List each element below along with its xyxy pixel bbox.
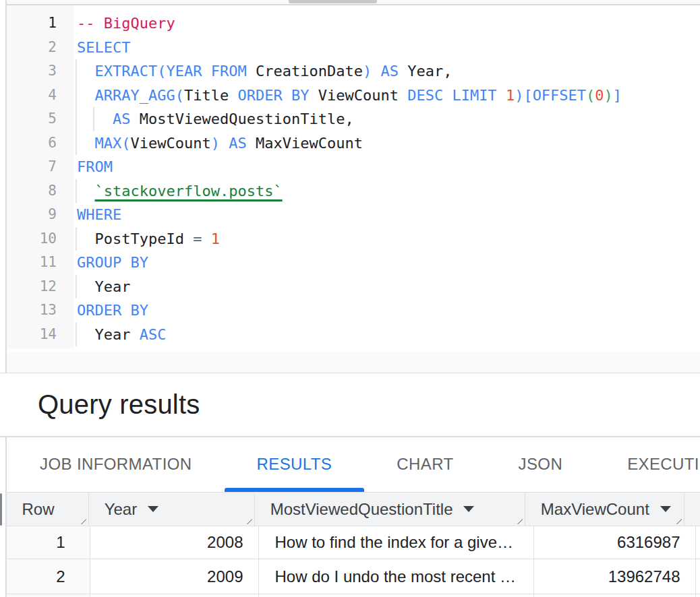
- code-line-1[interactable]: 1-- BigQuery: [7, 11, 700, 36]
- sql-editor[interactable]: 1-- BigQuery2SELECT3 EXTRACT(YEAR FROM C…: [7, 5, 700, 352]
- editor-bottom-strip: [7, 352, 700, 373]
- column-header-Year[interactable]: Year: [89, 493, 255, 526]
- tab-label: JSON: [519, 455, 563, 474]
- cell-value: 2009: [207, 567, 243, 586]
- sort-dropdown-icon[interactable]: [148, 506, 158, 512]
- line-number: 10: [7, 227, 57, 251]
- data-cell: How to find the index for a give…: [259, 526, 534, 559]
- vertical-scrollbar-thumb[interactable]: [0, 493, 2, 526]
- line-number: 9: [7, 203, 57, 227]
- code-line-12[interactable]: 12 Year: [7, 275, 700, 299]
- cell-value: How do I undo the most recent …: [275, 567, 517, 586]
- tab-results[interactable]: RESULTS: [225, 437, 365, 493]
- code-text: -- BigQuery: [77, 11, 175, 36]
- code-line-7[interactable]: 7FROM: [7, 155, 700, 179]
- tab-label: JOB INFORMATION: [40, 455, 192, 474]
- tab-chart[interactable]: CHART: [364, 437, 486, 493]
- code-text: MAX(ViewCount) AS MaxViewCount: [77, 131, 363, 156]
- column-resize-handle-icon[interactable]: [673, 515, 682, 524]
- tab-label: CHART: [397, 455, 453, 474]
- column-header-label: Row: [22, 500, 55, 519]
- data-cell: [259, 594, 534, 597]
- line-number: 6: [7, 131, 57, 156]
- code-line-2[interactable]: 2SELECT: [7, 36, 700, 60]
- code-text: AS MostViewedQuestionTitle,: [77, 107, 354, 131]
- code-text: FROM: [77, 155, 113, 179]
- column-resize-handle-icon[interactable]: [514, 515, 523, 524]
- table-body: 12008How to find the index for a give…63…: [7, 526, 700, 597]
- code-line-8[interactable]: 8 `stackoverflow.posts`: [7, 179, 700, 203]
- tab-execution-details[interactable]: EXECUTION DETAILS: [595, 437, 700, 493]
- column-header-Row[interactable]: Row: [7, 493, 89, 526]
- code-line-11[interactable]: 11GROUP BY: [7, 251, 700, 275]
- code-line-4[interactable]: 4 ARRAY_AGG(Title ORDER BY ViewCount DES…: [7, 84, 700, 108]
- data-cell: 6316987: [534, 526, 696, 559]
- line-number: 13: [7, 298, 57, 323]
- spacer-cell: [696, 594, 700, 597]
- results-table: RowYearMostViewedQuestionTitleMaxViewCou…: [7, 492, 700, 597]
- line-number: 7: [7, 155, 57, 179]
- column-header-MostViewedQuestionTitle[interactable]: MostViewedQuestionTitle: [255, 493, 525, 526]
- data-cell: [90, 594, 259, 597]
- column-header-spacer: [684, 493, 700, 526]
- results-tab-bar: JOB INFORMATIONRESULTSCHARTJSONEXECUTION…: [7, 437, 700, 493]
- query-results-panel-header: Query results: [0, 373, 700, 436]
- code-text: ARRAY_AGG(Title ORDER BY ViewCount DESC …: [77, 84, 622, 108]
- line-number: 1: [7, 11, 57, 36]
- bigquery-console: 1-- BigQuery2SELECT3 EXTRACT(YEAR FROM C…: [0, 0, 700, 597]
- code-text: Year ASC: [77, 323, 166, 347]
- code-text: ORDER BY: [77, 298, 148, 323]
- code-line-3[interactable]: 3 EXTRACT(YEAR FROM CreationDate) AS Yea…: [7, 59, 700, 84]
- code-text: GROUP BY: [77, 251, 148, 275]
- cell-value: 2008: [207, 533, 243, 552]
- cell-value: How to find the index for a give…: [275, 533, 514, 552]
- cell-value: 1: [56, 533, 65, 552]
- column-header-label: Year: [105, 500, 138, 519]
- cell-value: 2: [56, 567, 65, 586]
- code-line-9[interactable]: 9WHERE: [7, 203, 700, 227]
- code-line-6[interactable]: 6 MAX(ViewCount) AS MaxViewCount: [7, 131, 700, 156]
- sort-dropdown-icon[interactable]: [660, 506, 671, 512]
- line-number: 14: [7, 323, 57, 347]
- row-number-cell: 2: [7, 559, 90, 594]
- line-number: 8: [7, 179, 57, 203]
- line-number: 4: [7, 84, 57, 108]
- line-number: 2: [7, 36, 57, 60]
- code-text: PostTypeId = 1: [77, 227, 220, 251]
- query-results-title: Query results: [38, 373, 200, 436]
- code-area[interactable]: 1-- BigQuery2SELECT3 EXTRACT(YEAR FROM C…: [7, 11, 700, 346]
- data-cell: 13962748: [534, 559, 696, 594]
- column-header-MaxViewCount[interactable]: MaxViewCount: [525, 493, 684, 526]
- row-number-cell: [7, 594, 90, 597]
- sort-dropdown-icon[interactable]: [463, 506, 474, 512]
- table-row: 22009How do I undo the most recent …1396…: [7, 559, 700, 594]
- table-row: 12008How to find the index for a give…63…: [7, 526, 700, 559]
- code-text: `stackoverflow.posts`: [77, 179, 283, 203]
- code-line-13[interactable]: 13ORDER BY: [7, 298, 700, 323]
- line-number: 3: [7, 59, 57, 84]
- code-text: Year: [77, 275, 130, 299]
- code-text: WHERE: [77, 203, 121, 227]
- column-header-label: MostViewedQuestionTitle: [270, 500, 453, 519]
- tab-json[interactable]: JSON: [486, 437, 595, 493]
- spacer-cell: [696, 559, 700, 594]
- line-number: 11: [7, 251, 57, 275]
- row-number-cell: 1: [7, 526, 90, 559]
- spacer-cell: [696, 526, 700, 559]
- column-header-label: MaxViewCount: [541, 500, 649, 519]
- column-resize-handle-icon[interactable]: [243, 515, 252, 524]
- line-number: 12: [7, 275, 57, 299]
- data-cell: [534, 594, 696, 597]
- data-cell: 2009: [90, 559, 259, 594]
- tab-job-information[interactable]: JOB INFORMATION: [7, 437, 225, 493]
- line-number: 5: [7, 107, 57, 131]
- tab-label: RESULTS: [257, 455, 332, 474]
- horizontal-scrollbar-thumb[interactable]: [289, 0, 377, 3]
- code-line-5[interactable]: 5 AS MostViewedQuestionTitle,: [7, 107, 700, 131]
- table-header-row: RowYearMostViewedQuestionTitleMaxViewCou…: [7, 493, 700, 526]
- code-text: EXTRACT(YEAR FROM CreationDate) AS Year,: [77, 59, 452, 84]
- code-line-14[interactable]: 14 Year ASC: [7, 323, 700, 347]
- data-cell: How do I undo the most recent …: [259, 559, 534, 594]
- column-resize-handle-icon[interactable]: [78, 515, 86, 524]
- code-line-10[interactable]: 10 PostTypeId = 1: [7, 227, 700, 251]
